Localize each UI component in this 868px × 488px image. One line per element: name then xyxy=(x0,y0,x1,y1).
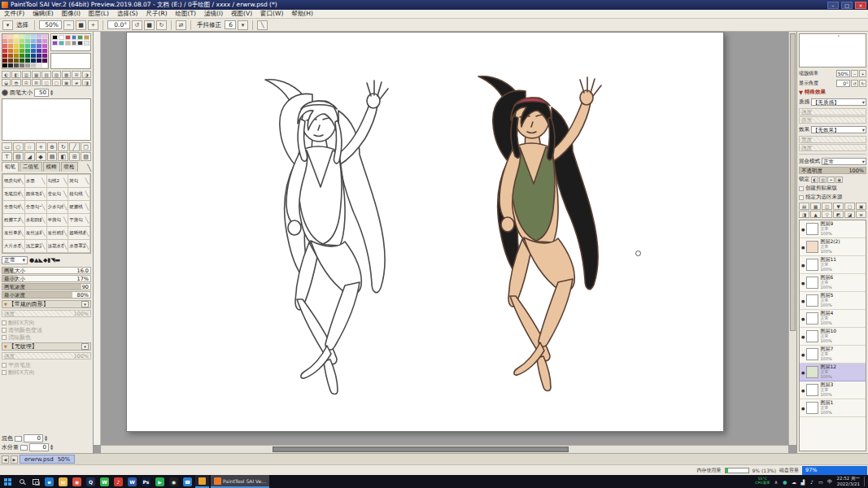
battery-icon[interactable]: ▭ xyxy=(816,479,825,485)
brush-preset[interactable]: 变化勾╲ xyxy=(47,188,68,200)
effect-param-slider[interactable]: 强度 xyxy=(799,144,866,151)
vertical-scrollbar-thumb[interactable] xyxy=(790,33,796,331)
brush-preset[interactable]: 少水勾线╲ xyxy=(47,201,68,213)
menu-item[interactable]: 选择(S) xyxy=(113,10,142,18)
language-indicator[interactable]: 中 xyxy=(825,478,834,486)
color-swatch[interactable] xyxy=(42,63,48,68)
layer-row[interactable]: ● 图层6正常100% xyxy=(800,274,866,292)
angle-value-box[interactable]: 0.0° xyxy=(107,20,130,29)
hue-square-button[interactable]: ◧ xyxy=(11,71,20,78)
layer-visibility-icon[interactable]: ● xyxy=(801,245,805,250)
flip-canvas-button[interactable]: ⇄ xyxy=(176,20,186,30)
layer-row[interactable]: ● 图层12正常100% xyxy=(800,364,866,381)
mix-color-chip[interactable] xyxy=(15,436,22,442)
swatch-panel-button[interactable]: ▧ xyxy=(41,71,50,78)
selection-rect-tool[interactable]: ▭ xyxy=(2,142,12,151)
checkbox-icon[interactable] xyxy=(2,335,7,340)
navigator-zoom-value[interactable]: 50% xyxy=(836,70,850,77)
layer-visibility-icon[interactable]: ● xyxy=(801,263,805,268)
brush-texture-header[interactable]: ▼ 【无纹理】 ▾ xyxy=(2,342,91,351)
slider-hsv-button[interactable]: ▦ xyxy=(32,71,41,78)
water-stepper[interactable]: ▲▼ xyxy=(50,444,53,451)
layer-row[interactable]: ● 图层2(2)正常100% xyxy=(800,238,866,256)
mixer-swatch[interactable] xyxy=(52,35,58,40)
zoom-in-button[interactable]: + xyxy=(88,20,98,30)
mixer-swatch[interactable] xyxy=(77,41,83,46)
shape-strength-slider[interactable]: 强度 100% xyxy=(2,310,91,317)
menu-item[interactable]: 绘图(T) xyxy=(172,10,200,18)
lock-pixels-icon[interactable]: ▨ xyxy=(819,176,827,183)
mixer-panel-button[interactable]: ▨ xyxy=(52,71,61,78)
phone-link-icon[interactable]: ☎ xyxy=(181,475,194,488)
color-swatch[interactable] xyxy=(37,63,42,68)
color-swatch[interactable] xyxy=(25,63,31,68)
close-button[interactable]: × xyxy=(855,2,866,9)
grid-b-button[interactable]: ⊠ xyxy=(32,79,41,86)
effect-param-slider[interactable]: 宽度 xyxy=(799,136,866,143)
document-tab[interactable]: erwrw.psd 50% xyxy=(20,455,75,464)
tab-scroll-left-button[interactable]: ◀ xyxy=(2,455,9,464)
menu-item[interactable]: 滤镜(I) xyxy=(200,10,227,18)
layer-settings-button[interactable]: ≡ xyxy=(856,211,866,218)
grid-d-button[interactable]: ▢ xyxy=(52,79,61,86)
move-layer-up-button[interactable]: ▲ xyxy=(810,211,821,218)
brush-preset[interactable]: 大片水墨╲ xyxy=(3,240,24,252)
file-explorer-icon[interactable]: ▤ xyxy=(56,475,70,488)
panel-c-tool[interactable]: ⊞ xyxy=(69,152,80,161)
brush-slider[interactable]: 画笔浓度90 xyxy=(2,283,91,290)
nav-zoom-out-button[interactable]: − xyxy=(851,70,858,77)
wechat-icon[interactable]: W xyxy=(98,475,111,488)
lock-all-icon[interactable]: ▣ xyxy=(835,176,843,183)
mixer-swatch[interactable] xyxy=(77,35,83,40)
brush-preset[interactable]: 全墨勾一╲ xyxy=(25,201,46,213)
menu-item[interactable]: 图层(L) xyxy=(85,10,113,18)
layer-row[interactable]: ● 图层9正常100% xyxy=(800,220,866,238)
water-color-chip[interactable] xyxy=(20,445,28,451)
nav-rotate-cw-button[interactable]: ↻ xyxy=(859,80,866,87)
panel-b-tool[interactable]: ◧ xyxy=(58,152,68,161)
mixer-swatch[interactable] xyxy=(84,41,89,46)
layer-row[interactable]: ● 图层1正常100% xyxy=(800,399,866,417)
menu-item[interactable]: 图像(I) xyxy=(58,10,85,18)
toolbar-dropdown-icon[interactable]: ▾ xyxy=(2,20,13,30)
chrome-icon[interactable]: ◉ xyxy=(70,475,84,488)
layer-row[interactable]: ● 图层7正常100% xyxy=(800,346,866,364)
layer-visibility-icon[interactable]: ● xyxy=(801,406,805,411)
clipping-mask-checkbox[interactable]: 创建剪贴蒙版 xyxy=(799,185,866,192)
mixer-swatch[interactable] xyxy=(72,41,77,46)
panel-a-tool[interactable]: ▤ xyxy=(47,152,58,161)
sai-window-button[interactable]: PaintTool SAI Ve... xyxy=(211,475,269,488)
hidden-icons-chevron[interactable]: ∧ xyxy=(771,479,780,485)
menu-item[interactable]: 编辑(E) xyxy=(28,10,58,18)
checkbox-icon[interactable] xyxy=(799,186,804,191)
layer-visibility-icon[interactable]: ● xyxy=(801,316,805,321)
tab-scroll-right-button[interactable]: ▶ xyxy=(11,455,18,464)
menu-item[interactable]: 窗口(W) xyxy=(256,10,287,18)
move-layer-down-button[interactable]: ▽ xyxy=(822,211,832,218)
color-swatch[interactable] xyxy=(20,63,25,68)
picker-button[interactable]: ◑ xyxy=(82,71,91,78)
taskbar-search-button[interactable] xyxy=(15,475,28,488)
checkbox-icon[interactable] xyxy=(2,320,7,325)
effect-param-slider[interactable]: 强度 xyxy=(799,108,866,115)
photoshop-icon[interactable]: Ps xyxy=(139,475,153,488)
rotate-reset-button[interactable]: ■ xyxy=(144,20,155,30)
layer-row[interactable]: ● 图层5正常100% xyxy=(800,292,866,310)
eraser-tool[interactable]: □ xyxy=(81,142,91,151)
menu-item[interactable]: 尺子(R) xyxy=(142,10,172,18)
layer-row[interactable]: ● 图层4正常100% xyxy=(800,310,866,328)
menu-item[interactable]: 视图(V) xyxy=(227,10,256,18)
brush-preset[interactable]: 硬擦线╲ xyxy=(68,201,89,213)
tray-cloud-icon[interactable]: ☁ xyxy=(789,479,798,485)
select-mode-label[interactable]: 选择 xyxy=(15,21,30,29)
brush-preset[interactable]: 水墨╲ xyxy=(25,175,46,187)
effect-param-slider[interactable]: 倍率 xyxy=(799,116,866,124)
text-tool[interactable]: T xyxy=(2,152,12,161)
grid-a-button[interactable]: ⊟ xyxy=(22,79,31,86)
grid-c-button[interactable]: ◫ xyxy=(41,79,50,86)
brush-size-stepper[interactable]: ▲▼ xyxy=(50,89,53,96)
brush-preset[interactable]: 淡花水墨╲ xyxy=(47,240,68,252)
word-icon[interactable]: W xyxy=(125,475,139,488)
brush-slider[interactable]: 最小大小17% xyxy=(2,275,91,282)
gray-scale-button[interactable]: ◒ xyxy=(2,79,11,86)
